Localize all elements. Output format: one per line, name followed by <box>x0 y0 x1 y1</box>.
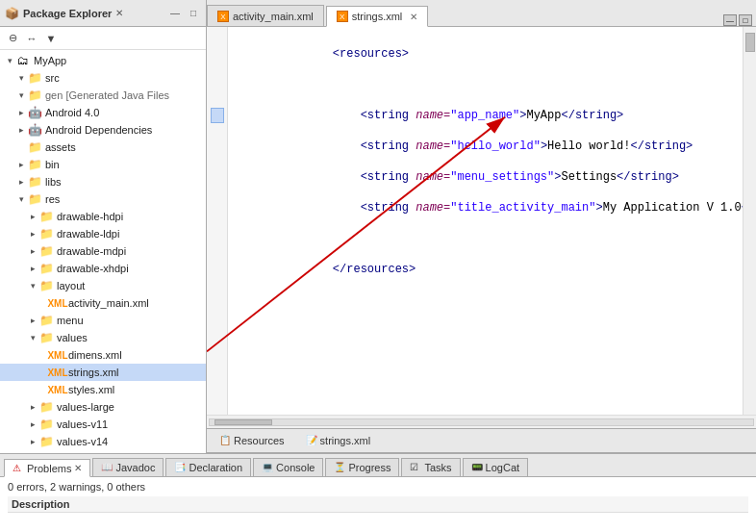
tab-resources[interactable]: 📋 Resources <box>211 432 293 449</box>
tree-item-dimens-xml[interactable]: XML dimens.xml <box>0 346 206 364</box>
tree-item-drawable-mdpi[interactable]: 📁 drawable-mdpi <box>0 242 206 260</box>
arrow-values-v11[interactable] <box>27 418 38 430</box>
tree-item-android-deps[interactable]: 🤖 Android Dependencies <box>0 121 206 139</box>
xml-activity-icon: XML <box>50 295 65 311</box>
tree-item-bin[interactable]: 📁 bin <box>0 156 206 173</box>
tasks-icon: ☑ <box>410 462 421 473</box>
editor-gutter <box>207 27 228 415</box>
xml-tab-icon-activity: X <box>217 11 229 22</box>
resources-tab-icon: 📋 <box>219 435 231 446</box>
tree-item-android40[interactable]: 🤖 Android 4.0 <box>0 104 206 121</box>
tree-item-myapp[interactable]: 🗂 MyApp <box>0 52 206 69</box>
editor-bottom-tab-bar: 📋 Resources 📝 strings.xml <box>207 428 756 453</box>
bp-tab-problems[interactable]: ⚠ Problems ✕ <box>4 459 90 477</box>
sidebar-maximize-button[interactable]: □ <box>186 6 201 21</box>
collapse-all-button[interactable]: ⊖ <box>4 30 21 47</box>
tab-activity-main[interactable]: X activity_main.xml <box>207 5 324 26</box>
tree-item-res[interactable]: 📁 res <box>0 190 206 208</box>
editor-max-btn[interactable]: □ <box>739 14 752 26</box>
arrow-drawable-hdpi[interactable] <box>27 211 38 222</box>
folder-menu-icon: 📁 <box>38 313 54 328</box>
code-attr-title: name= <box>416 201 450 215</box>
arrow-menu[interactable] <box>27 315 38 326</box>
arrow-layout[interactable] <box>27 280 38 291</box>
bp-tab-console[interactable]: 💻 Console <box>253 458 323 476</box>
arrow-drawable-xhdpi[interactable] <box>27 263 38 274</box>
folder-drawable-hdpi-icon: 📁 <box>38 209 54 224</box>
package-explorer-title: Package Explorer <box>23 8 112 19</box>
tab-strings[interactable]: X strings.xml ✕ <box>326 6 429 27</box>
code-string-2-close: > <box>541 139 547 153</box>
scrollbar-thumb[interactable] <box>745 33 755 52</box>
code-editor[interactable]: <resources> <string name="app_name">MyAp… <box>228 27 743 415</box>
tree-item-menu[interactable]: 📁 menu <box>0 312 206 329</box>
sidebar-close-x[interactable]: ✕ <box>115 8 123 18</box>
tree-item-drawable-ldpi[interactable]: 📁 drawable-ldpi <box>0 225 206 242</box>
tree-item-gen[interactable]: 📁 gen [Generated Java Files <box>0 87 206 104</box>
problems-tab-close[interactable]: ✕ <box>74 463 82 473</box>
bp-tab-logcat[interactable]: 📟 LogCat <box>463 458 528 476</box>
sidebar-package-icon: 📦 <box>5 7 19 20</box>
arrow-values-v14[interactable] <box>27 436 38 447</box>
code-attr-title-val: "title_activity_main" <box>450 201 595 215</box>
sidebar-tree: 🗂 MyApp 📁 src 📁 gen [Generated Java File… <box>0 50 206 453</box>
android-icon: 🤖 <box>27 105 42 120</box>
label-src: src <box>45 72 60 84</box>
code-string-3-open: <string <box>361 170 416 184</box>
tab-close-strings[interactable]: ✕ <box>410 12 417 22</box>
h-scroll-thumb[interactable] <box>214 419 272 425</box>
code-text-title: My Application V 1.0 <box>603 201 742 215</box>
arrow-libs[interactable] <box>15 176 27 188</box>
arrow-android-deps[interactable] <box>15 124 27 136</box>
arrow-drawable-mdpi[interactable] <box>27 245 38 257</box>
arrow-values[interactable] <box>27 332 38 343</box>
bp-tab-javadoc-label: Javadoc <box>115 462 155 473</box>
editor-min-btn[interactable]: — <box>723 14 737 26</box>
editor-tab-bar: X activity_main.xml X strings.xml ✕ — □ <box>207 0 756 27</box>
tab-strings-bottom[interactable]: 📝 strings.xml <box>297 432 380 449</box>
bp-tab-problems-label: Problems <box>27 463 71 474</box>
arrow-android40[interactable] <box>15 107 27 118</box>
tree-item-values-large[interactable]: 📁 values-large <box>0 398 206 416</box>
arrow-myapp[interactable] <box>4 55 15 66</box>
tree-item-drawable-hdpi[interactable]: 📁 drawable-hdpi <box>0 208 206 225</box>
arrow-src[interactable] <box>15 72 27 84</box>
arrow-res[interactable] <box>15 193 27 205</box>
tree-item-src[interactable]: 📁 src <box>0 69 206 87</box>
tree-item-activity-main-xml[interactable]: XML activity_main.xml <box>0 294 206 312</box>
tree-item-values-v14[interactable]: 📁 values-v14 <box>0 433 206 450</box>
arrow-bin[interactable] <box>15 159 27 170</box>
tree-item-strings-xml[interactable]: XML strings.xml <box>0 364 206 381</box>
editor-content: <resources> <string name="app_name">MyAp… <box>207 27 756 415</box>
sidebar-minimize-button[interactable]: — <box>167 6 183 21</box>
declaration-icon: 📑 <box>174 462 186 473</box>
bp-tab-tasks[interactable]: ☑ Tasks <box>401 458 460 476</box>
bp-tab-javadoc[interactable]: 📖 Javadoc <box>92 458 164 476</box>
bp-tab-progress[interactable]: ⏳ Progress <box>325 458 399 476</box>
label-libs: libs <box>45 176 62 188</box>
tree-item-values-v11[interactable]: 📁 values-v11 <box>0 416 206 433</box>
code-string-4-open: <string <box>361 201 416 215</box>
android-deps-icon: 🤖 <box>27 122 42 138</box>
label-drawable-ldpi: drawable-ldpi <box>57 228 119 240</box>
bottom-panel-content: 0 errors, 2 warnings, 0 others Descripti… <box>0 477 756 532</box>
bp-tab-declaration[interactable]: 📑 Declaration <box>165 458 251 476</box>
label-menu: menu <box>57 315 84 326</box>
folder-drawable-mdpi-icon: 📁 <box>38 243 54 259</box>
tree-item-drawable-xhdpi[interactable]: 📁 drawable-xhdpi <box>0 260 206 277</box>
arrow-gen[interactable] <box>15 89 27 101</box>
tree-item-styles-xml[interactable]: XML styles.xml <box>0 381 206 398</box>
tree-item-libs[interactable]: 📁 libs <box>0 173 206 190</box>
folder-src-icon: 📁 <box>27 70 42 86</box>
xml-tab-icon-strings: X <box>337 11 348 22</box>
editor-horizontal-scrollbar[interactable] <box>207 415 756 428</box>
tree-item-assets[interactable]: 📁 assets <box>0 139 206 156</box>
editor-vertical-scrollbar[interactable] <box>743 27 756 415</box>
tree-item-values[interactable]: 📁 values <box>0 329 206 346</box>
link-with-editor-button[interactable]: ↔ <box>23 30 40 47</box>
view-menu-button[interactable]: ▼ <box>42 30 60 47</box>
arrow-values-large[interactable] <box>27 401 38 413</box>
arrow-drawable-ldpi[interactable] <box>27 228 38 240</box>
tree-item-layout[interactable]: 📁 layout <box>0 277 206 294</box>
label-android40: Android 4.0 <box>45 107 99 118</box>
